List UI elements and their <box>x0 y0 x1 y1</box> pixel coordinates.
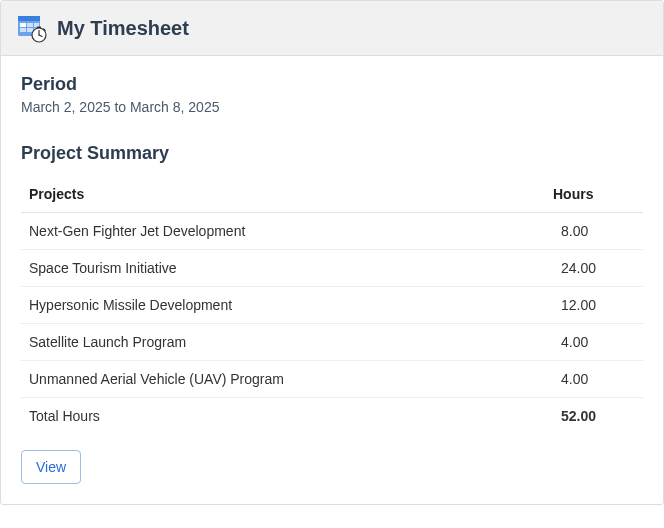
svg-rect-6 <box>27 28 33 32</box>
project-name: Space Tourism Initiative <box>21 250 553 287</box>
project-hours: 4.00 <box>553 361 643 398</box>
svg-rect-1 <box>18 16 40 21</box>
svg-rect-3 <box>27 23 33 27</box>
table-row: Unmanned Aerial Vehicle (UAV) Program4.0… <box>21 361 643 398</box>
view-button[interactable]: View <box>21 450 81 484</box>
svg-rect-5 <box>20 28 26 32</box>
project-name: Satellite Launch Program <box>21 324 553 361</box>
project-name: Unmanned Aerial Vehicle (UAV) Program <box>21 361 553 398</box>
page-title: My Timesheet <box>57 17 189 40</box>
table-row: Space Tourism Initiative24.00 <box>21 250 643 287</box>
total-hours: 52.00 <box>553 398 643 435</box>
period-range: March 2, 2025 to March 8, 2025 <box>21 99 643 115</box>
card-body: Period March 2, 2025 to March 8, 2025 Pr… <box>1 56 663 504</box>
svg-rect-4 <box>34 23 39 27</box>
project-hours: 8.00 <box>553 213 643 250</box>
summary-heading: Project Summary <box>21 143 643 164</box>
total-label: Total Hours <box>21 398 553 435</box>
table-row: Satellite Launch Program4.00 <box>21 324 643 361</box>
svg-rect-11 <box>37 27 41 29</box>
project-hours: 4.00 <box>553 324 643 361</box>
project-hours: 12.00 <box>553 287 643 324</box>
project-hours: 24.00 <box>553 250 643 287</box>
total-row: Total Hours52.00 <box>21 398 643 435</box>
timesheet-icon <box>17 13 47 43</box>
timesheet-card: My Timesheet Period March 2, 2025 to Mar… <box>0 0 664 505</box>
table-row: Hypersonic Missile Development12.00 <box>21 287 643 324</box>
col-header-projects: Projects <box>21 176 553 213</box>
col-header-hours: Hours <box>553 176 643 213</box>
summary-body: Next-Gen Fighter Jet Development8.00Spac… <box>21 213 643 435</box>
project-name: Hypersonic Missile Development <box>21 287 553 324</box>
table-row: Next-Gen Fighter Jet Development8.00 <box>21 213 643 250</box>
project-summary-table: Projects Hours Next-Gen Fighter Jet Deve… <box>21 176 643 434</box>
project-name: Next-Gen Fighter Jet Development <box>21 213 553 250</box>
svg-rect-2 <box>20 23 26 27</box>
card-header: My Timesheet <box>1 1 663 56</box>
period-heading: Period <box>21 74 643 95</box>
